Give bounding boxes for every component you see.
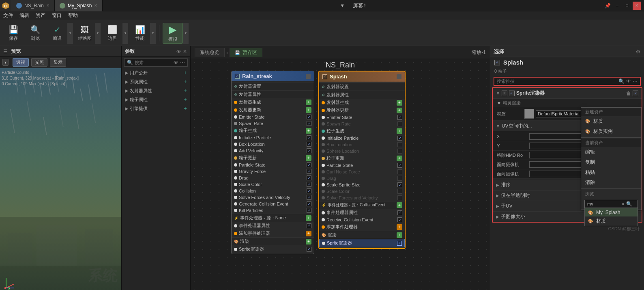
add-user-section[interactable]: +: [184, 69, 187, 76]
rain-emitter-attr-section[interactable]: ⚙ 发射器属性: [232, 90, 314, 98]
bounds-dropdown[interactable]: ▾: [122, 23, 128, 44]
menu-file[interactable]: 文件: [3, 12, 13, 19]
graph-tab-temp[interactable]: 💾 暂存区: [230, 48, 262, 57]
splash-sphere-location-check[interactable]: [397, 149, 402, 154]
rain-particle-spawn-row[interactable]: 粒子生成 +: [232, 127, 314, 134]
param-section-system[interactable]: ▶ 系统属性 +: [122, 77, 190, 86]
param-section-particle[interactable]: ▶ 粒子属性 +: [122, 95, 190, 104]
param-section-emitter[interactable]: ▶ 发射器属性 +: [122, 86, 190, 95]
rain-sprite-renderer-check[interactable]: ✓: [307, 247, 311, 252]
splash-scale-color-check[interactable]: [397, 189, 402, 194]
view-btn-lighting[interactable]: 光照: [31, 58, 47, 67]
context-item-paste[interactable]: 粘贴: [581, 167, 641, 177]
splash-emitter-update-add[interactable]: +: [397, 108, 402, 113]
tab-ns-rain[interactable]: NS_Rain ✕: [11, 0, 55, 11]
rain-particle-update-row[interactable]: 粒子更新 +: [232, 154, 314, 162]
splash-particle-spawn-add[interactable]: +: [397, 128, 402, 134]
search-result-material[interactable]: 🎨 材质: [585, 216, 638, 226]
perf-dropdown[interactable]: ▾: [150, 23, 156, 44]
context-item-clear[interactable]: 清除: [581, 177, 641, 188]
rain-event-attr-check[interactable]: ✓: [307, 223, 311, 228]
splash-particle-update-row[interactable]: 粒子更新 +: [319, 154, 405, 162]
splash-checkbox[interactable]: ✓: [322, 74, 327, 79]
bounds-button[interactable]: ⬜ 边界: [102, 23, 122, 44]
splash-emitter-spawn-row[interactable]: 发射器生成 +: [319, 99, 405, 106]
splash-box-location-check[interactable]: [397, 142, 402, 147]
tab-my-splash-close[interactable]: ✕: [94, 3, 97, 8]
add-engine-section[interactable]: +: [184, 105, 187, 112]
splash-render-section[interactable]: 🎨 渲染 +: [319, 231, 405, 239]
rain-emitter-spawn-add[interactable]: +: [306, 100, 311, 105]
dropdown-arrow[interactable]: ▼: [340, 3, 345, 9]
rain-emitter-update-row[interactable]: 发射器更新 +: [232, 106, 314, 114]
rain-gravity-check[interactable]: ✓: [307, 169, 311, 174]
thumbnail-button[interactable]: 🖼 缩略图: [75, 23, 95, 44]
params-eye[interactable]: 👁: [176, 49, 181, 54]
splash-sprite-renderer-row[interactable]: Sprite渲染器 ✓: [319, 239, 405, 247]
context-item-material-instance[interactable]: 🎨 材质实例: [581, 126, 641, 136]
component-visible-checkbox[interactable]: ✓: [633, 91, 638, 96]
browse-button[interactable]: 🔍 浏览: [25, 23, 45, 44]
component-active-checkbox[interactable]: ✓: [509, 91, 515, 96]
search-result-my-splash[interactable]: 🎨 My_Splash: [585, 208, 638, 216]
maximize-btn[interactable]: □: [623, 2, 631, 10]
simulate-button[interactable]: ▶ 模拟: [163, 23, 183, 44]
view-btn-dropdown[interactable]: ▾: [2, 59, 9, 66]
tab-my-splash[interactable]: My_Splash ✕: [55, 0, 103, 11]
rain-drag-check[interactable]: ✓: [307, 175, 311, 180]
rain-collision-check[interactable]: ✓: [307, 188, 311, 193]
right-gear-icon[interactable]: ⚙: [635, 48, 641, 55]
rain-render-section[interactable]: 🎨 渲染 +: [232, 237, 314, 245]
rain-particle-update-add[interactable]: +: [306, 155, 311, 161]
context-search-input[interactable]: [587, 201, 620, 206]
compile-button[interactable]: ✓ 编译: [47, 23, 67, 44]
menu-window[interactable]: 窗口: [52, 12, 62, 19]
rain-add-event-handler-row[interactable]: 添加事件处理器 +: [232, 229, 314, 237]
rain-scale-color-check[interactable]: ✓: [307, 182, 311, 187]
rain-emitter-settings-section[interactable]: ⚙ 发射器设置: [232, 82, 314, 90]
rain-particle-state-check[interactable]: ✓: [307, 162, 311, 167]
rain-gen-collision-check[interactable]: ✓: [307, 201, 311, 206]
preview-hamburger[interactable]: ☰: [3, 49, 8, 54]
splash-event-attr-check[interactable]: ✓: [397, 210, 402, 215]
splash-curl-noise-check[interactable]: [397, 169, 402, 174]
save-button[interactable]: 💾 保存: [3, 23, 24, 44]
simulate-dropdown[interactable]: ▾: [183, 23, 189, 44]
rain-event-handler-add[interactable]: +: [306, 215, 311, 221]
thumbnail-dropdown[interactable]: ▾: [95, 23, 101, 44]
context-item-copy[interactable]: 复制: [581, 157, 641, 167]
rain-init-particle-check[interactable]: ✓: [307, 135, 311, 140]
component-collapse-icon[interactable]: ▼: [496, 91, 500, 95]
splash-scale-sprite-check[interactable]: ✓: [397, 182, 402, 187]
splash-emitter-state-check[interactable]: ✓: [397, 115, 402, 120]
splash-sprite-renderer-check[interactable]: ✓: [397, 241, 402, 246]
splash-emitter-attr-section[interactable]: ⚙ 发射器属性: [319, 91, 405, 99]
param-section-engine[interactable]: ▶ 引擎提供 +: [122, 104, 190, 113]
rain-streak-checkbox[interactable]: ✓: [235, 74, 240, 79]
view-btn-perspective[interactable]: 透视: [13, 58, 29, 67]
selection-eye-icon[interactable]: 👁: [626, 78, 631, 84]
splash-event-handler-add[interactable]: +: [397, 202, 402, 208]
pin-btn[interactable]: 📌: [603, 2, 612, 10]
menu-assets[interactable]: 资产: [36, 12, 45, 19]
rain-kill-particles-check[interactable]: ✓: [307, 208, 311, 213]
menu-help[interactable]: 帮助: [68, 12, 78, 19]
splash-emitter-settings-section[interactable]: ⚙ 发射器设置: [319, 82, 405, 91]
rain-add-velocity-check[interactable]: ✓: [307, 148, 311, 153]
splash-emitter-spawn-add[interactable]: +: [397, 100, 402, 106]
rain-emitter-update-add[interactable]: +: [306, 107, 311, 113]
add-emitter-section[interactable]: +: [184, 87, 187, 94]
params-close[interactable]: ✕: [183, 49, 187, 54]
splash-emitter-update-row[interactable]: 发射器更新 +: [319, 106, 405, 114]
selection-search-bar[interactable]: 🔍 👁 ⋯: [494, 77, 641, 86]
splash-drag-check[interactable]: [397, 176, 402, 181]
splash-solve-forces-check[interactable]: [397, 195, 402, 200]
selection-checkbox[interactable]: ✓: [494, 60, 500, 65]
close-btn[interactable]: ✕: [633, 2, 641, 10]
splash-spawn-rate-check[interactable]: [397, 121, 402, 126]
param-section-user-public[interactable]: ▶ 用户公开 +: [122, 68, 190, 77]
splash-particle-spawn-row[interactable]: 粒子生成 +: [319, 127, 405, 135]
splash-particle-state-check[interactable]: ✓: [397, 163, 402, 168]
context-item-edit[interactable]: 编辑: [581, 147, 641, 157]
add-particle-section[interactable]: +: [184, 96, 187, 103]
